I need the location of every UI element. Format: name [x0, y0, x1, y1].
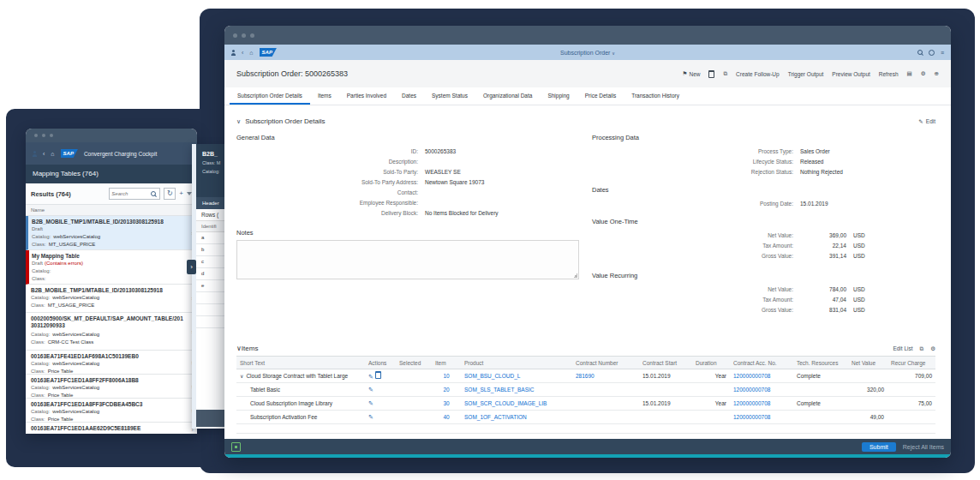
window-control-dot[interactable]	[250, 33, 254, 38]
col-short-text[interactable]: Short Text	[236, 357, 365, 369]
window-bottom-accent	[224, 454, 951, 458]
edit-button[interactable]: ✎Edit	[918, 118, 935, 125]
selected-cell[interactable]	[396, 369, 432, 383]
window-control-dot[interactable]	[34, 134, 38, 137]
tab-shipping[interactable]: Shipping	[540, 87, 577, 105]
trigger-output-button[interactable]: Trigger Output	[788, 71, 824, 77]
window-control-dot[interactable]	[233, 33, 237, 38]
tab-transaction-history[interactable]: Transaction History	[624, 87, 687, 105]
contract-number-link[interactable]: 281690	[576, 373, 595, 379]
search-icon[interactable]	[151, 191, 156, 196]
table-row[interactable]: Tablet Basic ✎ 20 SOM_SLS_TABLET_BASIC 1…	[236, 383, 935, 397]
tab-items[interactable]: Items	[310, 87, 339, 105]
tab-system-status[interactable]: System Status	[424, 87, 475, 105]
list-item[interactable]: My Mapping Table Draft(Contains errors) …	[26, 250, 197, 285]
col-item[interactable]: Item	[432, 357, 461, 369]
tab-strip: Subscription Order Details Items Parties…	[224, 87, 951, 105]
edit-row-icon[interactable]: ✎	[368, 387, 373, 393]
notes-textarea[interactable]	[236, 240, 579, 279]
form-row-net-value-ot: Net Value:369,00USD	[592, 231, 935, 241]
contract-acc-link[interactable]: 120000000708	[733, 373, 770, 379]
list-item[interactable]: 00163EA71FFC1ED1AAE62D9C5E8189EE ›	[26, 423, 197, 434]
col-net-value[interactable]: Net Value	[848, 357, 887, 369]
window-control-dot[interactable]	[242, 33, 246, 38]
user-icon[interactable]	[231, 50, 236, 56]
tab-price-details[interactable]: Price Details	[577, 87, 624, 105]
tab-subscription-order-details[interactable]: Subscription Order Details	[230, 87, 310, 105]
col-recur-charge[interactable]: Recur Charge	[887, 357, 935, 369]
table-row[interactable]: Subscription Activation Fee ✎ 40 SOM_1OF…	[236, 411, 935, 424]
delete-row-icon[interactable]	[375, 371, 381, 379]
refresh-button[interactable]: Refresh	[879, 71, 899, 77]
back-icon[interactable]: ‹	[43, 151, 45, 157]
sold-to-party-link[interactable]: WEASLEY SE	[425, 167, 580, 177]
row-expander-icon[interactable]: ∨	[240, 374, 243, 379]
submit-button[interactable]: Submit	[862, 442, 896, 452]
list-item[interactable]: B2B_MOBILE_TMP1/MTABLE_ID/20130308125918…	[26, 216, 197, 250]
product-link[interactable]: SOM_SLS_TABLET_BASIC	[464, 387, 535, 393]
selected-cell[interactable]	[396, 383, 432, 397]
col-actions[interactable]: Actions	[365, 357, 396, 369]
preview-output-button[interactable]: Preview Output	[832, 71, 869, 77]
display-log-button[interactable]: ▤	[907, 70, 912, 77]
window-control-dot[interactable]	[50, 134, 53, 137]
shell-title[interactable]: Subscription Order ∨	[224, 50, 951, 56]
item-catalog: Catalog:	[32, 267, 185, 275]
col-contract-acc-no[interactable]: Contract Acc. No.	[730, 357, 793, 369]
help-button[interactable]: ⊕	[935, 70, 939, 77]
table-row[interactable]: Cloud Subscription Image Library ✎ 30 SO…	[236, 397, 935, 411]
delete-button[interactable]	[708, 70, 714, 78]
gear-icon[interactable]: ⚙	[930, 345, 935, 352]
col-contract-number[interactable]: Contract Number	[572, 357, 639, 369]
col-selected[interactable]: Selected	[396, 357, 432, 369]
reject-all-items-button[interactable]: Reject All Items	[903, 444, 944, 450]
list-item[interactable]: B2B_MOBILE_TMP1/MTABLE_ID/20130308125918…	[26, 285, 197, 313]
resize-grip-icon[interactable]	[573, 273, 577, 278]
search-icon[interactable]	[917, 50, 923, 55]
edit-list-button[interactable]: Edit List	[893, 345, 912, 351]
settings-button[interactable]: ⚙	[921, 70, 926, 77]
expand-panel-button[interactable]: ›	[187, 260, 196, 274]
list-item[interactable]: 00163EA71FFC1ED1A8FF3FCDBEA45BC3 Catalog…	[26, 399, 197, 423]
col-product[interactable]: Product	[461, 357, 572, 369]
contract-acc-link[interactable]: 120000000708	[733, 414, 770, 420]
tab-dates[interactable]: Dates	[394, 87, 424, 105]
tab-parties-involved[interactable]: Parties Involved	[339, 87, 394, 105]
pencil-icon: ✎	[918, 118, 923, 125]
new-button[interactable]: ⚑New	[683, 70, 701, 77]
edit-row-icon[interactable]: ✎	[368, 414, 373, 420]
item-number-link[interactable]: 40	[443, 414, 449, 420]
chevron-right-icon: ›	[190, 263, 193, 271]
messages-button[interactable]	[231, 442, 241, 452]
col-contract-start[interactable]: Contract Start	[639, 357, 692, 369]
item-number-link[interactable]: 20	[443, 387, 449, 393]
list-item[interactable]: 00163EA71FFC1ED1A8FF2FF8006A18B8 Catalog…	[26, 375, 197, 399]
search-input[interactable]	[110, 191, 151, 196]
selected-cell[interactable]	[396, 397, 432, 411]
refresh-button[interactable]: ↻	[164, 188, 176, 200]
item-number-link[interactable]: 30	[443, 400, 449, 406]
user-icon[interactable]	[33, 151, 37, 157]
home-icon[interactable]: ⌂	[51, 151, 54, 157]
item-number-link[interactable]: 10	[443, 373, 449, 379]
create-follow-up-button[interactable]: Create Follow-Up	[736, 71, 780, 77]
tab-organizational-data[interactable]: Organizational Data	[475, 87, 540, 105]
copy-icon[interactable]: ⧉	[920, 345, 924, 352]
window-control-dot[interactable]	[42, 134, 45, 137]
chevron-down-icon[interactable]: ∨	[236, 118, 241, 125]
list-item[interactable]: 0002005900/SK_MT_DEFAULT/SAP_AMOUNT_TABL…	[26, 313, 197, 351]
table-row[interactable]: ∨Cloud Storage Contract with Tablet Larg…	[236, 369, 935, 383]
edit-row-icon[interactable]: ✎	[368, 400, 373, 406]
col-duration[interactable]: Duration	[692, 357, 730, 369]
contract-acc-link[interactable]: 120000000708	[733, 387, 770, 393]
copy-button[interactable]: ⧉	[723, 70, 727, 77]
product-link[interactable]: SOM_1OF_ACTIVATION	[464, 414, 527, 420]
product-link[interactable]: SOM_BSU_CLOUD_L	[464, 373, 520, 379]
product-link[interactable]: SOM_SCR_CLOUD_IMAGE_LIB	[464, 400, 547, 406]
edit-row-icon[interactable]: ✎	[368, 374, 373, 380]
add-button[interactable]: +	[179, 189, 183, 199]
col-tech-resources[interactable]: Tech. Resources	[793, 357, 848, 369]
contract-acc-link[interactable]: 120000000708	[733, 400, 770, 406]
list-item[interactable]: 00163EA71FE41ED1AF698A1C50139EB0 Catalog…	[26, 351, 197, 375]
selected-cell[interactable]	[396, 411, 432, 424]
